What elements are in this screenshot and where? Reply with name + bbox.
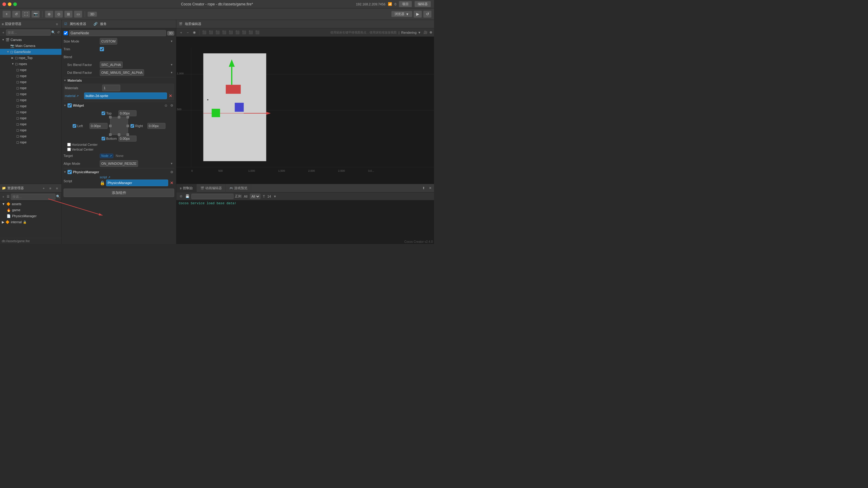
- rotate-tool[interactable]: ⊙: [55, 10, 63, 18]
- zoom-out-button[interactable]: −: [185, 30, 191, 36]
- list-item[interactable]: ◻rope: [0, 109, 61, 115]
- screenshot-button[interactable]: 📷: [31, 10, 40, 18]
- materials-section-header[interactable]: ▼ Materials: [64, 77, 174, 84]
- clear-console-button[interactable]: ⊘: [178, 194, 184, 199]
- list-item[interactable]: ◻rope: [0, 127, 61, 133]
- assets-search-input[interactable]: [11, 194, 56, 200]
- list-item[interactable]: ◻rope: [0, 73, 61, 79]
- physics-settings-icon[interactable]: ⚙: [169, 170, 174, 174]
- top-input[interactable]: [119, 110, 136, 116]
- play-button[interactable]: ▶: [413, 10, 422, 18]
- node-name-input[interactable]: [69, 30, 166, 36]
- tab-game-preview[interactable]: 🎮 游戏预览: [226, 184, 251, 193]
- size-mode-select[interactable]: CUSTOM: [100, 38, 117, 44]
- widget-section-header[interactable]: ▼ Widget ⊙ ⚙: [64, 101, 174, 109]
- widget-reset-icon[interactable]: ⊙: [163, 103, 168, 108]
- top-handle[interactable]: [118, 116, 120, 119]
- list-item[interactable]: ◻rope: [0, 133, 61, 139]
- widget-enable-checkbox[interactable]: [67, 103, 72, 107]
- list-item[interactable]: ◻rope: [0, 85, 61, 91]
- save-log-button[interactable]: 💾: [185, 194, 190, 199]
- list-item[interactable]: ◻rope: [0, 103, 61, 109]
- close-console-button[interactable]: ✕: [427, 186, 433, 191]
- sort-asset-button[interactable]: ≡: [48, 186, 53, 191]
- assets-menu-button[interactable]: ≡: [54, 186, 60, 191]
- left-checkbox[interactable]: [73, 124, 76, 128]
- hierarchy-item-canvas[interactable]: ▼ 🎬 Canvas: [0, 37, 61, 43]
- scene-tool-8[interactable]: ⬛: [248, 30, 254, 36]
- scene-tool-7[interactable]: ⬛: [241, 30, 247, 36]
- materials-clear-button[interactable]: ✕: [168, 93, 173, 98]
- hierarchy-menu-button[interactable]: ≡: [54, 22, 60, 27]
- add-component-button[interactable]: 添加组件: [64, 189, 174, 197]
- project-button[interactable]: 项目: [399, 1, 412, 7]
- 3d-mode-button[interactable]: 3D: [87, 11, 97, 17]
- close-button[interactable]: [2, 2, 6, 6]
- target-node-badge[interactable]: Node ↗: [100, 154, 113, 158]
- create-asset-button[interactable]: +: [41, 186, 46, 191]
- script-asset-field[interactable]: PhysicsManager: [106, 180, 168, 186]
- add-node-button[interactable]: +: [2, 10, 11, 18]
- hierarchy-item-gamenode[interactable]: ▼ ◻ GameNode: [0, 49, 61, 55]
- rect-tool[interactable]: ▭: [74, 10, 82, 18]
- materials-asset-field[interactable]: builtin-2d-sprite: [84, 93, 167, 99]
- hierarchy-item-ropes[interactable]: ▼ ◻ ropes: [0, 61, 61, 67]
- list-item[interactable]: ◻rope: [0, 121, 61, 127]
- physics-enable-checkbox[interactable]: [67, 170, 72, 174]
- top-checkbox[interactable]: [101, 111, 105, 115]
- new-asset-button[interactable]: +: [1, 194, 5, 199]
- scene-tool-3[interactable]: ⬛: [215, 30, 221, 36]
- node-active-checkbox[interactable]: [64, 31, 68, 35]
- materials-count-input[interactable]: [102, 85, 120, 91]
- asset-item-internal[interactable]: ▶ 🔶 internal 🔒: [0, 219, 61, 225]
- material-link[interactable]: material ↗: [65, 94, 79, 98]
- right-input[interactable]: [147, 123, 165, 129]
- list-item[interactable]: ◻rope: [0, 139, 61, 145]
- browser-button[interactable]: 浏览器 ▼: [391, 11, 412, 17]
- expand-console-button[interactable]: ⬆: [421, 186, 426, 191]
- move-tool[interactable]: ⊕: [45, 10, 53, 18]
- reload-button[interactable]: ↺: [423, 10, 432, 18]
- hierarchy-search-input[interactable]: [6, 30, 51, 36]
- list-item[interactable]: ◻rope: [0, 79, 61, 85]
- right-checkbox[interactable]: [130, 124, 134, 128]
- camera-toggle-icon[interactable]: 🎥: [424, 30, 428, 34]
- search-icon[interactable]: 🔍: [51, 30, 56, 35]
- list-item[interactable]: ◻rope: [0, 115, 61, 121]
- bottom-input[interactable]: [119, 135, 136, 141]
- widget-settings-icon[interactable]: ⚙: [169, 103, 174, 108]
- scene-viewport[interactable]: 1,000 500 0 500 1,000 1,500 2,000 2,500 …: [176, 37, 434, 184]
- scene-tool-5[interactable]: ⬛: [228, 30, 234, 36]
- scene-tool-2[interactable]: ⬛: [208, 30, 214, 36]
- left-input[interactable]: [90, 123, 107, 129]
- h-center-checkbox[interactable]: [67, 143, 71, 147]
- zoom-fit-button[interactable]: ◉: [191, 30, 197, 36]
- search-assets-icon[interactable]: 🔍: [56, 194, 60, 199]
- asset-item-assets[interactable]: ▼ 🔶 assets: [0, 201, 61, 207]
- hierarchy-item-main-camera[interactable]: 📷 Main Camera: [0, 43, 61, 49]
- tab-animation[interactable]: 🎬 动画编辑器: [197, 184, 226, 193]
- scene-tool-1[interactable]: ⬛: [201, 30, 207, 36]
- zoom-in-button[interactable]: +: [178, 30, 184, 36]
- asset-item-game[interactable]: 🔥 game: [0, 207, 61, 213]
- right-handle[interactable]: [127, 125, 129, 127]
- bottom-checkbox[interactable]: [101, 137, 105, 140]
- tab-console[interactable]: ≥ 控制台: [176, 184, 197, 193]
- scene-tool-6[interactable]: ⬛: [235, 30, 241, 36]
- refresh-button[interactable]: ↺: [12, 10, 21, 18]
- hierarchy-item-rope-top[interactable]: ▶ ◻ rope_Top: [0, 55, 61, 61]
- list-item[interactable]: ◻rope: [0, 97, 61, 103]
- asset-item-physics-manager[interactable]: 📄 PhysicsManager: [0, 213, 61, 219]
- trim-checkbox[interactable]: [100, 47, 104, 51]
- console-search-input[interactable]: [191, 194, 234, 199]
- left-handle[interactable]: [109, 125, 112, 127]
- gizmo-toggle-icon[interactable]: ⊕: [430, 30, 432, 34]
- src-blend-select[interactable]: SRC_ALPHA: [100, 61, 123, 68]
- dst-blend-select[interactable]: ONE_MINUS_SRC_ALPHA: [100, 69, 144, 76]
- refresh-hierarchy-icon[interactable]: ↺: [56, 30, 60, 35]
- list-item[interactable]: ◻rope: [0, 67, 61, 73]
- scene-tool-4[interactable]: ⬛: [221, 30, 227, 36]
- scale-tool[interactable]: ⊞: [64, 10, 73, 18]
- align-mode-select[interactable]: ON_WINDOW_RESIZE: [100, 160, 138, 167]
- fullscreen-button[interactable]: ⛶: [22, 10, 30, 18]
